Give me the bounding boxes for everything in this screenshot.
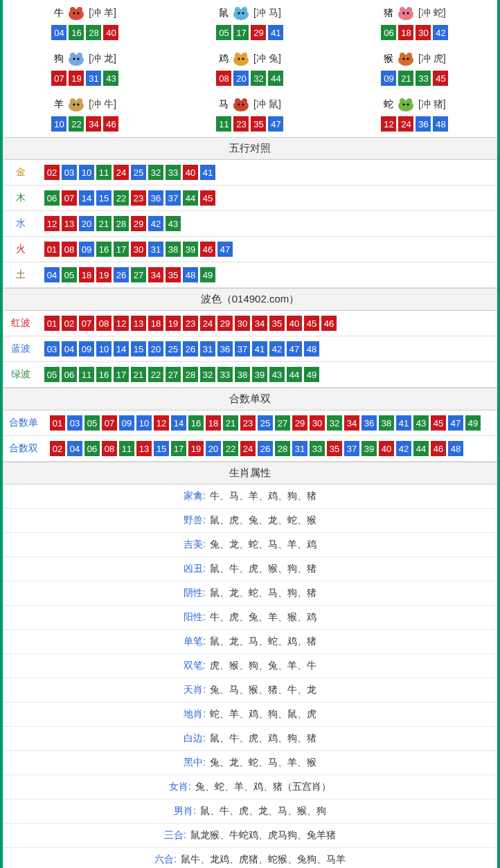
page-container: 牛[冲 羊]04162840鼠[冲 马]05172941猪[冲 蛇]061830…: [0, 0, 500, 868]
number-chip: 45: [433, 71, 448, 86]
attr-row: 六合: 鼠牛、龙鸡、虎猪、蛇猴、兔狗、马羊: [3, 848, 497, 868]
number-chip: 17: [233, 25, 249, 40]
attr-label: 阴性:: [184, 587, 206, 598]
attr-value: 牛、虎、兔、羊、猴、鸡: [210, 611, 316, 622]
attr-label: 双笔:: [184, 660, 206, 671]
number-chip: 35: [269, 316, 285, 331]
svg-point-21: [235, 53, 240, 58]
number-chip: 48: [448, 441, 463, 456]
number-chip: 27: [275, 415, 290, 431]
number-chip: 06: [44, 190, 60, 206]
attr-row: 白边: 鼠、牛、虎、鸡、狗、猪: [3, 727, 497, 751]
number-chip: 16: [69, 25, 84, 40]
number-chip: 27: [166, 367, 181, 382]
rooster-icon: [230, 50, 252, 68]
number-chip: 23: [233, 116, 249, 132]
attr-value: 兔、龙、蛇、马、羊、猴: [210, 757, 316, 768]
number-chip: 29: [131, 216, 146, 231]
number-chip: 12: [381, 116, 396, 132]
zodiac-clash: [冲 虎]: [418, 53, 446, 65]
svg-point-28: [403, 58, 405, 60]
attr-row: 双笔: 虎、猴、狗、兔、羊、牛: [3, 654, 497, 678]
number-chip: 15: [131, 341, 146, 356]
row-label: 绿波: [3, 362, 39, 388]
number-chip: 19: [96, 267, 111, 282]
number-chip: 29: [292, 415, 307, 431]
row-label: 木: [3, 186, 39, 211]
number-chip: 16: [188, 415, 204, 431]
number-chip: 31: [148, 242, 163, 257]
number-chip: 30: [310, 415, 325, 431]
number-chip: 46: [431, 441, 446, 456]
number-chip: 10: [79, 165, 94, 180]
number-chip: 28: [183, 367, 198, 382]
number-chip: 49: [465, 415, 481, 431]
number-chip: 30: [235, 316, 250, 331]
attr-value: 牛、马、羊、鸡、狗、猪: [210, 490, 316, 501]
number-chip: 46: [103, 116, 118, 132]
number-chip: 40: [287, 316, 302, 331]
number-chip: 33: [310, 441, 325, 456]
number-chip: 19: [166, 316, 181, 331]
zodiac-clash: [冲 牛]: [89, 98, 116, 111]
number-chip: 43: [166, 216, 181, 231]
number-chip: 04: [62, 341, 77, 356]
svg-point-13: [403, 12, 405, 15]
number-chip: 16: [96, 367, 111, 382]
number-chip: 24: [114, 165, 129, 180]
svg-point-42: [407, 98, 412, 104]
bose-table: 红波0102070812131819232429303435404546蓝波03…: [3, 311, 497, 388]
row-label: 金: [3, 160, 39, 186]
number-chip: 41: [268, 25, 283, 40]
zodiac-name: 羊: [54, 98, 64, 111]
number-chip: 32: [327, 415, 342, 431]
zodiac-cell: 羊[冲 牛]10223446: [3, 91, 168, 137]
attr-row: 男肖: 鼠、牛、虎、龙、马、猴、狗: [3, 799, 497, 824]
number-chip: 15: [154, 441, 169, 456]
attr-label: 凶丑:: [184, 563, 206, 574]
svg-point-33: [73, 104, 75, 106]
number-chip: 44: [287, 367, 302, 382]
table-row: 合数单0103050709101214161821232527293032343…: [3, 410, 497, 436]
zodiac-numbers: 06183042: [332, 25, 497, 40]
number-chip: 12: [154, 415, 169, 431]
svg-point-29: [407, 58, 409, 60]
attr-row: 天肖: 兔、马、猴、猪、牛、龙: [3, 678, 497, 703]
zodiac-name: 鸡: [219, 53, 229, 65]
number-chip: 37: [344, 441, 359, 456]
number-chip: 21: [398, 71, 413, 86]
number-chip: 44: [183, 190, 198, 206]
number-chip: 40: [183, 165, 198, 180]
number-chip: 10: [136, 415, 152, 431]
dog-icon: [65, 50, 87, 68]
attr-value: 鼠、虎、兔、龙、蛇、猴: [210, 514, 316, 525]
number-chip: 12: [44, 216, 60, 231]
table-row: 合数双0204060811131517192022242628313335373…: [3, 436, 497, 462]
attr-value: 鼠牛、龙鸡、虎猪、蛇猴、兔狗、马羊: [181, 853, 346, 865]
number-chip: 48: [304, 341, 319, 356]
row-numbers: 04051819262734354849: [39, 262, 497, 288]
number-chip: 13: [131, 316, 146, 331]
bose-header: 波色（014902.com）: [3, 288, 497, 311]
table-row: 金02031011242532334041: [3, 160, 497, 186]
svg-point-36: [235, 98, 240, 104]
number-chip: 38: [379, 415, 394, 431]
zodiac-name: 猴: [384, 53, 393, 65]
number-chip: 34: [344, 415, 359, 431]
number-chip: 07: [51, 71, 66, 86]
number-chip: 14: [171, 415, 186, 431]
svg-point-3: [73, 12, 75, 15]
row-label: 火: [3, 237, 39, 262]
number-chip: 04: [67, 441, 82, 456]
number-chip: 45: [304, 316, 319, 331]
svg-point-38: [238, 104, 240, 106]
number-chip: 45: [200, 190, 215, 206]
zodiac-name: 蛇: [384, 98, 393, 111]
row-label: 蓝波: [3, 336, 39, 362]
zodiac-name: 牛: [54, 7, 64, 19]
number-chip: 23: [183, 316, 198, 331]
attr-label: 女肖:: [169, 781, 191, 792]
svg-point-8: [238, 12, 240, 15]
svg-point-41: [400, 98, 405, 104]
svg-point-34: [78, 104, 80, 106]
